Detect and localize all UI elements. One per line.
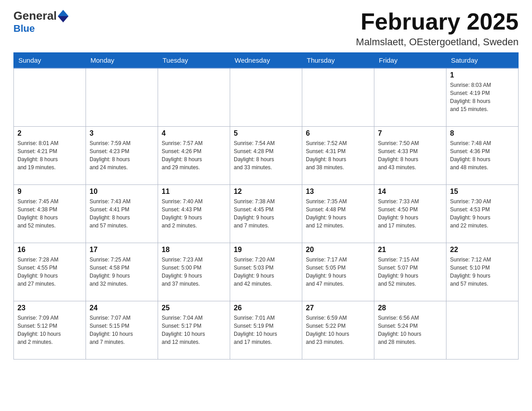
day-number: 25 — [162, 304, 226, 312]
weekday-header-friday: Friday — [374, 53, 446, 68]
calendar-table: SundayMondayTuesdayWednesdayThursdayFrid… — [13, 52, 519, 360]
calendar-day-14: 14Sunrise: 7:33 AM Sunset: 4:50 PM Dayli… — [374, 184, 446, 243]
logo-general-text: General — [13, 9, 57, 23]
calendar-week-1: 1Sunrise: 8:03 AM Sunset: 4:19 PM Daylig… — [14, 68, 519, 126]
calendar-day-3: 3Sunrise: 7:59 AM Sunset: 4:23 PM Daylig… — [86, 126, 158, 184]
calendar-empty-cell — [302, 68, 374, 126]
day-number: 17 — [90, 246, 154, 254]
day-number: 1 — [450, 71, 515, 79]
day-number: 4 — [162, 129, 226, 137]
day-info: Sunrise: 7:04 AM Sunset: 5:17 PM Dayligh… — [162, 314, 226, 346]
calendar-empty-cell — [230, 68, 302, 126]
calendar-day-5: 5Sunrise: 7:54 AM Sunset: 4:28 PM Daylig… — [230, 126, 302, 184]
calendar-day-27: 27Sunrise: 6:59 AM Sunset: 5:22 PM Dayli… — [302, 301, 374, 359]
day-info: Sunrise: 7:15 AM Sunset: 5:07 PM Dayligh… — [378, 256, 442, 288]
logo-blue-text: Blue — [13, 23, 69, 34]
weekday-header-monday: Monday — [86, 53, 158, 68]
day-info: Sunrise: 7:52 AM Sunset: 4:31 PM Dayligh… — [306, 139, 370, 171]
day-number: 9 — [17, 188, 82, 196]
day-info: Sunrise: 7:35 AM Sunset: 4:48 PM Dayligh… — [306, 197, 370, 230]
day-info: Sunrise: 7:40 AM Sunset: 4:43 PM Dayligh… — [162, 197, 226, 230]
day-info: Sunrise: 7:45 AM Sunset: 4:38 PM Dayligh… — [17, 197, 82, 230]
day-number: 28 — [378, 304, 442, 312]
calendar-empty-cell — [14, 68, 86, 126]
weekday-header-tuesday: Tuesday — [158, 53, 230, 68]
day-number: 12 — [234, 188, 298, 196]
calendar-day-16: 16Sunrise: 7:28 AM Sunset: 4:55 PM Dayli… — [14, 243, 86, 301]
calendar-empty-cell — [158, 68, 230, 126]
day-number: 20 — [306, 246, 370, 254]
calendar-day-23: 23Sunrise: 7:09 AM Sunset: 5:12 PM Dayli… — [14, 301, 86, 359]
day-number: 8 — [450, 129, 515, 137]
calendar-week-4: 16Sunrise: 7:28 AM Sunset: 4:55 PM Dayli… — [14, 243, 519, 301]
weekday-header-row: SundayMondayTuesdayWednesdayThursdayFrid… — [14, 53, 519, 68]
calendar-week-3: 9Sunrise: 7:45 AM Sunset: 4:38 PM Daylig… — [14, 184, 519, 243]
calendar-week-2: 2Sunrise: 8:01 AM Sunset: 4:21 PM Daylig… — [14, 126, 519, 184]
day-number: 14 — [378, 188, 442, 196]
day-info: Sunrise: 6:56 AM Sunset: 5:24 PM Dayligh… — [378, 314, 442, 346]
day-info: Sunrise: 7:01 AM Sunset: 5:19 PM Dayligh… — [234, 314, 298, 346]
day-info: Sunrise: 7:43 AM Sunset: 4:41 PM Dayligh… — [90, 197, 154, 230]
calendar-day-28: 28Sunrise: 6:56 AM Sunset: 5:24 PM Dayli… — [374, 301, 446, 359]
calendar-day-7: 7Sunrise: 7:50 AM Sunset: 4:33 PM Daylig… — [374, 126, 446, 184]
calendar-day-1: 1Sunrise: 8:03 AM Sunset: 4:19 PM Daylig… — [446, 68, 519, 126]
weekday-header-saturday: Saturday — [446, 53, 519, 68]
calendar-day-21: 21Sunrise: 7:15 AM Sunset: 5:07 PM Dayli… — [374, 243, 446, 301]
day-number: 18 — [162, 246, 226, 254]
day-info: Sunrise: 7:38 AM Sunset: 4:45 PM Dayligh… — [234, 197, 298, 230]
day-number: 19 — [234, 246, 298, 254]
day-number: 10 — [90, 188, 154, 196]
calendar-day-13: 13Sunrise: 7:35 AM Sunset: 4:48 PM Dayli… — [302, 184, 374, 243]
day-info: Sunrise: 6:59 AM Sunset: 5:22 PM Dayligh… — [306, 314, 370, 346]
day-number: 13 — [306, 188, 370, 196]
calendar-day-10: 10Sunrise: 7:43 AM Sunset: 4:41 PM Dayli… — [86, 184, 158, 243]
day-number: 23 — [17, 304, 82, 312]
title-block: February 2025 Malmslaett, OEstergoetland… — [356, 9, 519, 48]
calendar-day-6: 6Sunrise: 7:52 AM Sunset: 4:31 PM Daylig… — [302, 126, 374, 184]
day-number: 6 — [306, 129, 370, 137]
weekday-header-wednesday: Wednesday — [230, 53, 302, 68]
location-title: Malmslaett, OEstergoetland, Sweden — [356, 36, 519, 48]
day-info: Sunrise: 7:23 AM Sunset: 5:00 PM Dayligh… — [162, 256, 226, 288]
day-info: Sunrise: 7:48 AM Sunset: 4:36 PM Dayligh… — [450, 139, 515, 171]
day-info: Sunrise: 7:07 AM Sunset: 5:15 PM Dayligh… — [90, 314, 154, 346]
day-info: Sunrise: 7:59 AM Sunset: 4:23 PM Dayligh… — [90, 139, 154, 171]
day-number: 22 — [450, 246, 515, 254]
day-info: Sunrise: 8:01 AM Sunset: 4:21 PM Dayligh… — [17, 139, 82, 171]
day-number: 5 — [234, 129, 298, 137]
day-info: Sunrise: 7:54 AM Sunset: 4:28 PM Dayligh… — [234, 139, 298, 171]
calendar-day-15: 15Sunrise: 7:30 AM Sunset: 4:53 PM Dayli… — [446, 184, 519, 243]
day-info: Sunrise: 7:57 AM Sunset: 4:26 PM Dayligh… — [162, 139, 226, 171]
day-info: Sunrise: 7:09 AM Sunset: 5:12 PM Dayligh… — [17, 314, 82, 346]
calendar-day-19: 19Sunrise: 7:20 AM Sunset: 5:03 PM Dayli… — [230, 243, 302, 301]
day-info: Sunrise: 7:28 AM Sunset: 4:55 PM Dayligh… — [17, 256, 82, 288]
day-info: Sunrise: 7:17 AM Sunset: 5:05 PM Dayligh… — [306, 256, 370, 288]
calendar-day-26: 26Sunrise: 7:01 AM Sunset: 5:19 PM Dayli… — [230, 301, 302, 359]
day-number: 15 — [450, 188, 515, 196]
calendar-day-18: 18Sunrise: 7:23 AM Sunset: 5:00 PM Dayli… — [158, 243, 230, 301]
day-number: 7 — [378, 129, 442, 137]
calendar-day-2: 2Sunrise: 8:01 AM Sunset: 4:21 PM Daylig… — [14, 126, 86, 184]
calendar-day-24: 24Sunrise: 7:07 AM Sunset: 5:15 PM Dayli… — [86, 301, 158, 359]
page-header: General Blue February 2025 Malmslaett, O… — [13, 9, 519, 48]
calendar-day-20: 20Sunrise: 7:17 AM Sunset: 5:05 PM Dayli… — [302, 243, 374, 301]
day-number: 24 — [90, 304, 154, 312]
day-number: 27 — [306, 304, 370, 312]
weekday-header-sunday: Sunday — [14, 53, 86, 68]
calendar-day-4: 4Sunrise: 7:57 AM Sunset: 4:26 PM Daylig… — [158, 126, 230, 184]
calendar-day-12: 12Sunrise: 7:38 AM Sunset: 4:45 PM Dayli… — [230, 184, 302, 243]
day-info: Sunrise: 7:20 AM Sunset: 5:03 PM Dayligh… — [234, 256, 298, 288]
day-info: Sunrise: 7:33 AM Sunset: 4:50 PM Dayligh… — [378, 197, 442, 230]
month-title: February 2025 — [356, 9, 519, 34]
calendar-day-22: 22Sunrise: 7:12 AM Sunset: 5:10 PM Dayli… — [446, 243, 519, 301]
calendar-day-8: 8Sunrise: 7:48 AM Sunset: 4:36 PM Daylig… — [446, 126, 519, 184]
day-number: 21 — [378, 246, 442, 254]
day-info: Sunrise: 7:12 AM Sunset: 5:10 PM Dayligh… — [450, 256, 515, 288]
calendar-day-25: 25Sunrise: 7:04 AM Sunset: 5:17 PM Dayli… — [158, 301, 230, 359]
day-number: 2 — [17, 129, 82, 137]
calendar-empty-cell — [86, 68, 158, 126]
calendar-week-5: 23Sunrise: 7:09 AM Sunset: 5:12 PM Dayli… — [14, 301, 519, 359]
logo-flag-icon — [58, 10, 69, 22]
day-number: 3 — [90, 129, 154, 137]
calendar-empty-cell — [374, 68, 446, 126]
